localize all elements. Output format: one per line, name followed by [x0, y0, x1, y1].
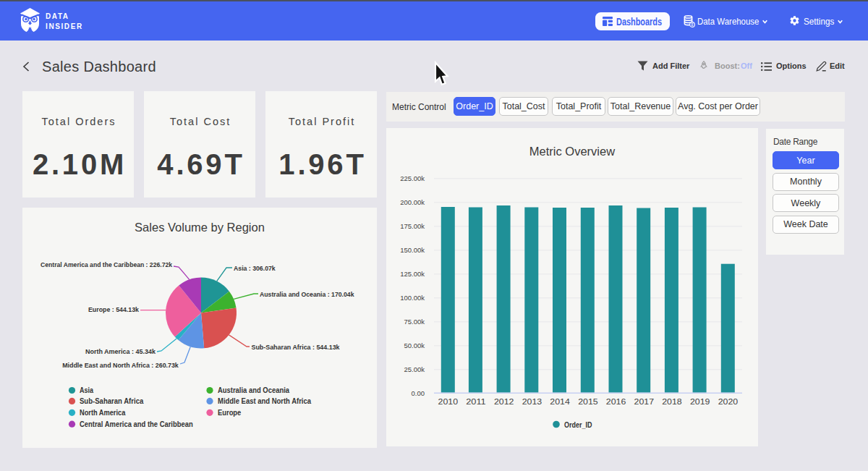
- svg-text:Sub-Saharan Africa : 544.13k: Sub-Saharan Africa : 544.13k: [252, 343, 341, 351]
- svg-text:North America: North America: [80, 408, 125, 417]
- svg-text:Order_ID: Order_ID: [564, 420, 592, 429]
- svg-text:Central America and the Caribb: Central America and the Caribbean: [80, 420, 193, 428]
- svg-text:25.00k: 25.00k: [404, 365, 425, 373]
- svg-text:75.00k: 75.00k: [404, 318, 425, 326]
- svg-text:0.00: 0.00: [412, 389, 425, 397]
- svg-text:2014: 2014: [550, 397, 570, 406]
- svg-text:2016: 2016: [606, 397, 626, 406]
- svg-text:225.00k: 225.00k: [400, 174, 425, 182]
- svg-text:Middle East and North Africa: Middle East and North Africa: [218, 396, 311, 405]
- svg-text:50.00k: 50.00k: [404, 341, 425, 349]
- svg-text:2019: 2019: [690, 397, 710, 406]
- svg-text:2020: 2020: [718, 397, 739, 406]
- svg-text:2012: 2012: [494, 397, 514, 406]
- svg-text:Asia: Asia: [80, 386, 93, 394]
- svg-text:125.00k: 125.00k: [400, 270, 425, 278]
- svg-text:100.00k: 100.00k: [400, 294, 425, 302]
- svg-text:2015: 2015: [578, 397, 598, 406]
- svg-text:2017: 2017: [634, 397, 655, 406]
- svg-text:Central America and the Caribb: Central America and the Caribbean : 226.…: [41, 260, 173, 268]
- svg-text:200.00k: 200.00k: [400, 198, 425, 206]
- svg-text:2010: 2010: [438, 397, 459, 406]
- svg-text:Asia : 306.07k: Asia : 306.07k: [234, 264, 276, 272]
- svg-text:Europe : 544.13k: Europe : 544.13k: [88, 305, 140, 313]
- svg-text:Metric Overview: Metric Overview: [529, 145, 615, 158]
- svg-text:North America : 45.34k: North America : 45.34k: [85, 347, 156, 355]
- svg-text:Sales Volume by Region: Sales Volume by Region: [135, 221, 265, 234]
- svg-text:Europe: Europe: [218, 408, 241, 417]
- svg-text:Middle East and North Africa :: Middle East and North Africa : 260.73k: [62, 361, 179, 369]
- svg-text:Australia and Oceania : 170.04: Australia and Oceania : 170.04k: [260, 290, 354, 298]
- svg-text:2018: 2018: [662, 397, 682, 406]
- svg-text:Sub-Saharan Africa: Sub-Saharan Africa: [80, 396, 143, 405]
- svg-text:150.00k: 150.00k: [400, 246, 425, 254]
- svg-text:2011: 2011: [466, 397, 486, 406]
- svg-text:2013: 2013: [522, 397, 542, 406]
- svg-text:175.00k: 175.00k: [400, 222, 425, 230]
- svg-text:Australia and Oceania: Australia and Oceania: [218, 386, 289, 394]
